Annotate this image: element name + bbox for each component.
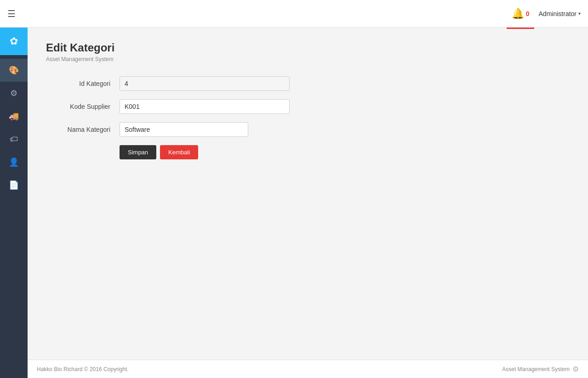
form-group-kode: Kode Supplier bbox=[46, 99, 570, 114]
notification-button[interactable]: 🔔 0 bbox=[512, 8, 530, 20]
sidebar-logo[interactable]: ✿ bbox=[0, 28, 28, 55]
footer: Hakko Bio Richard © 2016 Copyright. Asse… bbox=[28, 360, 588, 378]
notification-icon: 🔔 bbox=[512, 8, 524, 20]
dashboard-icon: 🎨 bbox=[9, 65, 19, 75]
content-area: Edit Kategori Asset Management System Id… bbox=[28, 28, 588, 360]
admin-menu[interactable]: Administrator ▾ bbox=[539, 10, 581, 17]
footer-copyright: Hakko Bio Richard © 2016 Copyright. bbox=[37, 366, 129, 372]
form-buttons: Simpan Kembali bbox=[120, 145, 570, 159]
sidebar-item-tags[interactable]: 🏷 bbox=[0, 128, 28, 151]
user-icon: 👤 bbox=[9, 157, 19, 167]
footer-app-name: Asset Management System bbox=[502, 366, 570, 372]
footer-right: Asset Management System ⚙ bbox=[502, 365, 579, 373]
menu-icon[interactable]: ☰ bbox=[7, 8, 16, 19]
navbar: ☰ 🔔 0 Administrator ▾ bbox=[0, 0, 588, 28]
sidebar-item-settings[interactable]: ⚙ bbox=[0, 82, 28, 105]
document-icon: 📄 bbox=[9, 180, 19, 190]
sidebar: ✿ 🎨 ⚙ 🚚 🏷 👤 📄 bbox=[0, 28, 28, 378]
edit-kategori-form: Id Kategori Kode Supplier Nama Kategori … bbox=[46, 76, 570, 159]
truck-icon: 🚚 bbox=[9, 111, 19, 121]
logo-icon: ✿ bbox=[10, 35, 18, 47]
form-group-id: Id Kategori bbox=[46, 76, 570, 91]
id-kategori-input[interactable] bbox=[120, 76, 290, 91]
kode-supplier-label: Kode Supplier bbox=[46, 103, 120, 110]
navbar-left: ☰ bbox=[7, 8, 16, 19]
notification-count: 0 bbox=[526, 10, 530, 17]
nama-kategori-input[interactable] bbox=[120, 122, 248, 137]
notification-underline bbox=[507, 28, 534, 29]
settings-icon: ⚙ bbox=[10, 88, 17, 98]
form-group-nama: Nama Kategori bbox=[46, 122, 570, 137]
sidebar-item-dashboard[interactable]: 🎨 bbox=[0, 59, 28, 82]
navbar-right: 🔔 0 Administrator ▾ bbox=[512, 8, 581, 20]
kembali-button[interactable]: Kembali bbox=[160, 145, 198, 159]
id-kategori-label: Id Kategori bbox=[46, 80, 120, 87]
kode-supplier-input[interactable] bbox=[120, 99, 290, 114]
spinner-icon: ⚙ bbox=[572, 365, 579, 373]
sidebar-item-reports[interactable]: 📄 bbox=[0, 174, 28, 197]
tag-icon: 🏷 bbox=[10, 135, 18, 144]
sidebar-item-delivery[interactable]: 🚚 bbox=[0, 105, 28, 128]
sidebar-item-users[interactable]: 👤 bbox=[0, 151, 28, 174]
nama-kategori-label: Nama Kategori bbox=[46, 126, 120, 133]
chevron-down-icon: ▾ bbox=[578, 11, 581, 16]
page-title: Edit Kategori bbox=[46, 41, 570, 54]
breadcrumb: Asset Management System bbox=[46, 56, 570, 62]
admin-name: Administrator bbox=[539, 10, 577, 17]
simpan-button[interactable]: Simpan bbox=[120, 145, 156, 159]
main-layout: ✿ 🎨 ⚙ 🚚 🏷 👤 📄 Edit Kategori Asset Manage… bbox=[0, 28, 588, 378]
